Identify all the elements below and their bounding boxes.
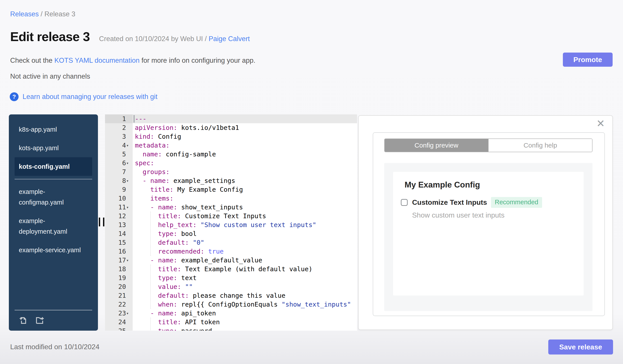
code-line-4: 4▾metadata: — [105, 141, 357, 150]
git-releases-link[interactable]: Learn about managing your releases with … — [22, 93, 157, 101]
sidebar-file-example-configmap.yaml[interactable]: example-configmap.yaml — [15, 182, 92, 212]
yaml-code-editor[interactable]: 1---2apiVersion: kots.io/v1beta13kind: C… — [105, 114, 357, 331]
fold-arrow-icon[interactable]: ▾ — [126, 203, 129, 212]
line-number: 2 — [105, 123, 133, 132]
code-line-18: 18 title: Text Example (with default val… — [105, 265, 357, 273]
code-line-22: 22 when: repl{{ ConfigOptionEquals "show… — [105, 300, 357, 309]
line-number: 4▾ — [105, 141, 133, 150]
code-text: apiVersion: kots.io/v1beta1 — [133, 123, 357, 132]
edit-release-page: Releases / Release 3 Edit release 3 Crea… — [0, 0, 623, 364]
line-number: 21 — [105, 291, 133, 300]
code-line-12: 12 title: Customize Text Inputs — [105, 212, 357, 221]
code-text: help_text: "Show custom user text inputs… — [133, 221, 357, 229]
code-line-11: 11▾ - name: show_text_inputs — [105, 203, 357, 212]
sidebar-file-k8s-app.yaml[interactable]: k8s-app.yaml — [15, 120, 92, 139]
code-text: - name: show_text_inputs — [133, 203, 357, 212]
line-number: 15 — [105, 238, 133, 247]
handle-bar — [99, 218, 100, 226]
tab-config-preview[interactable]: Config preview — [385, 139, 488, 152]
line-number: 3 — [105, 132, 133, 141]
code-line-10: 10 items: — [105, 194, 357, 203]
code-text: value: "" — [133, 282, 357, 291]
code-text: - name: example_default_value — [133, 256, 357, 265]
line-number: 9 — [105, 185, 133, 194]
file-sidebar: k8s-app.yamlkots-app.yamlkots-config.yam… — [9, 114, 98, 331]
line-number: 25 — [105, 326, 133, 331]
code-line-5: 5 name: config-sample — [105, 150, 357, 159]
new-folder-icon[interactable] — [35, 315, 45, 325]
line-number: 23▾ — [105, 309, 133, 318]
kots-yaml-docs-link[interactable]: KOTS YAML documentation — [54, 57, 139, 64]
code-line-24: 24 title: API token — [105, 318, 357, 326]
promote-button[interactable]: Promote — [563, 53, 613, 67]
preview-tab-toggle: Config previewConfig help — [384, 139, 593, 152]
sidebar-footer — [15, 310, 92, 331]
line-number: 18 — [105, 265, 133, 273]
config-item-help-text: Show custom user text inputs — [412, 211, 505, 219]
config-group-title: My Example Config — [404, 180, 480, 189]
fold-arrow-icon[interactable]: ▾ — [126, 159, 129, 167]
resize-handle-left[interactable] — [99, 218, 104, 226]
code-text: name: config-sample — [133, 150, 357, 159]
code-line-25: 25 type: password — [105, 326, 357, 331]
line-number: 13 — [105, 221, 133, 229]
code-line-6: 6▾spec: — [105, 159, 357, 167]
code-text: spec: — [133, 159, 357, 167]
file-label-line: k8s-app.yaml — [19, 124, 92, 135]
fold-arrow-icon[interactable]: ▾ — [126, 309, 129, 318]
code-line-19: 19 type: text — [105, 273, 357, 282]
line-number: 16 — [105, 247, 133, 256]
fold-arrow-icon[interactable]: ▾ — [126, 176, 129, 185]
code-line-1: 1--- — [105, 114, 357, 123]
config-preview-panel: ✕ Config previewConfig help My Example C… — [358, 115, 613, 330]
created-prefix: Created on 10/10/2024 by Web UI / — [99, 35, 209, 43]
tab-config-help[interactable]: Config help — [488, 139, 592, 152]
code-text: kind: Config — [133, 132, 357, 141]
code-line-16: 16 recommended: true — [105, 247, 357, 256]
line-number: 7 — [105, 167, 133, 176]
code-line-13: 13 help_text: "Show custom user text inp… — [105, 221, 357, 229]
code-line-20: 20 value: "" — [105, 282, 357, 291]
breadcrumb-current: Release 3 — [44, 10, 75, 18]
code-line-3: 3kind: Config — [105, 132, 357, 141]
config-item-row: Customize Text Inputs Recommended — [401, 197, 542, 208]
config-item-label: Customize Text Inputs — [412, 198, 487, 206]
code-text: title: My Example Config — [133, 185, 357, 194]
config-render-area: My Example Config Customize Text Inputs … — [384, 163, 593, 311]
release-editor: k8s-app.yamlkots-app.yamlkots-config.yam… — [9, 114, 613, 331]
code-text: groups: — [133, 167, 357, 176]
code-line-23: 23▾ - name: api_token — [105, 309, 357, 318]
save-release-button[interactable]: Save release — [548, 340, 613, 355]
code-line-7: 7 groups: — [105, 167, 357, 176]
new-file-icon[interactable] — [18, 315, 28, 325]
file-label-line: kots-app.yaml — [19, 143, 92, 153]
indent-guide — [150, 318, 151, 331]
code-text: default: please change this value — [133, 291, 357, 300]
help-icon[interactable]: ? — [10, 92, 19, 101]
close-icon[interactable]: ✕ — [596, 118, 605, 129]
file-label-line: example-service.yaml — [19, 245, 92, 255]
breadcrumb-releases-link[interactable]: Releases — [10, 10, 39, 18]
sidebar-file-kots-config.yaml[interactable]: kots-config.yaml — [15, 157, 92, 176]
file-list: k8s-app.yamlkots-app.yamlkots-config.yam… — [9, 114, 98, 259]
code-text: default: "0" — [133, 238, 357, 247]
sidebar-file-kots-app.yaml[interactable]: kots-app.yaml — [15, 139, 92, 157]
fold-arrow-icon[interactable]: ▾ — [126, 141, 129, 150]
code-text: when: repl{{ ConfigOptionEquals "show_te… — [133, 300, 357, 309]
code-text: title: Text Example (with default value) — [133, 265, 357, 273]
code-text: title: API token — [133, 318, 357, 326]
customize-text-inputs-checkbox[interactable] — [401, 199, 408, 206]
line-number: 8▾ — [105, 176, 133, 185]
code-text: - name: example_settings — [133, 176, 357, 185]
line-number: 11▾ — [105, 203, 133, 212]
sidebar-file-example-deployment.yaml[interactable]: example-deployment.yaml — [15, 212, 92, 241]
fold-arrow-icon[interactable]: ▾ — [126, 256, 129, 265]
created-by-link[interactable]: Paige Calvert — [209, 35, 250, 43]
title-row: Edit release 3 Created on 10/10/2024 by … — [10, 29, 250, 44]
file-label-line: example- — [19, 186, 92, 197]
docs-prefix: Check out the — [10, 57, 54, 64]
line-number: 19 — [105, 273, 133, 282]
docs-suffix: for more info on configuring your app. — [139, 57, 255, 64]
sidebar-file-example-service.yaml[interactable]: example-service.yaml — [15, 241, 92, 259]
code-text: --- — [133, 114, 357, 123]
